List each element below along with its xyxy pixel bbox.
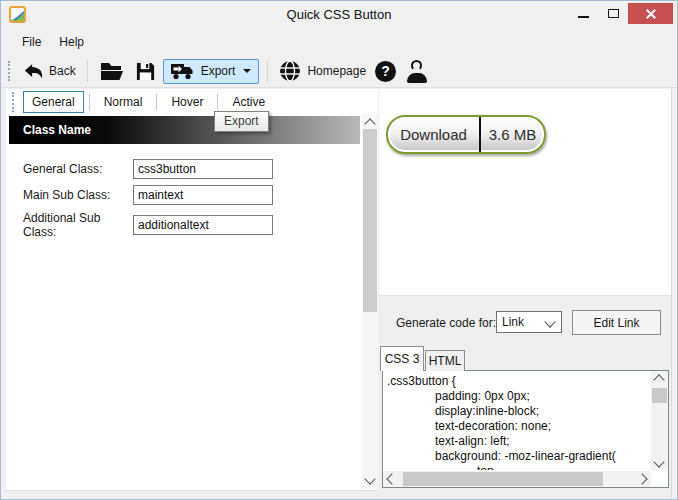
edit-link-button[interactable]: Edit Link — [572, 310, 661, 335]
tab-html[interactable]: HTML — [425, 350, 465, 371]
open-button[interactable] — [94, 58, 130, 85]
window-controls — [568, 3, 673, 24]
left-panel: General Normal Hover Active Class Name G… — [6, 89, 378, 491]
back-arrow-icon — [23, 63, 43, 80]
scroll-up-icon[interactable] — [364, 118, 375, 129]
homepage-label: Homepage — [307, 64, 366, 78]
homepage-button[interactable]: Homepage — [274, 57, 371, 85]
tab-separator — [156, 94, 157, 110]
menu-file[interactable]: File — [13, 31, 50, 53]
close-icon — [645, 8, 657, 20]
scroll-left-icon[interactable] — [386, 473, 397, 484]
code-generation-section: Generate code for: Link Edit Link CSS 3 … — [379, 295, 671, 498]
tab-separator — [89, 94, 90, 110]
main-sub-class-row: Main Sub Class: — [23, 185, 273, 205]
class-name-header-label: Class Name — [23, 123, 91, 137]
save-button[interactable] — [130, 58, 161, 85]
toolbar-grip[interactable] — [8, 61, 11, 81]
tab-hover[interactable]: Hover — [162, 91, 212, 113]
toolbar: Back — [1, 55, 677, 88]
scroll-down-icon[interactable] — [653, 456, 664, 467]
code-vertical-scrollbar[interactable] — [651, 371, 668, 471]
globe-icon — [279, 60, 301, 82]
tab-separator — [217, 94, 218, 110]
tab-active[interactable]: Active — [223, 91, 274, 113]
about-person-button[interactable] — [406, 60, 428, 83]
code-line: padding: 0px 0px; — [387, 389, 650, 404]
tab-general[interactable]: General — [23, 91, 84, 113]
export-label: Export — [201, 64, 236, 78]
chevron-down-icon — [544, 316, 555, 327]
generate-target-select[interactable]: Link — [496, 311, 562, 333]
code-line: .css3button { — [387, 374, 650, 389]
general-class-row: General Class: — [23, 159, 273, 179]
scroll-down-icon[interactable] — [364, 473, 375, 484]
menu-bar: File Help — [1, 29, 677, 55]
tab-css3[interactable]: CSS 3 — [380, 346, 424, 371]
additional-sub-class-input[interactable] — [133, 215, 273, 235]
title-bar: Quick CSS Button — [1, 1, 677, 29]
code-line: top, — [387, 464, 650, 470]
code-line: background: -moz-linear-gradient( — [387, 449, 650, 464]
download-button[interactable]: Download 3.6 MB — [386, 115, 546, 154]
scrollbar-thumb[interactable] — [403, 472, 603, 486]
open-folder-icon — [99, 61, 125, 82]
right-panel: Download 3.6 MB Generate code for: Link … — [379, 89, 672, 498]
download-label: Download — [388, 117, 481, 152]
back-button[interactable]: Back — [18, 60, 81, 83]
code-preview-box[interactable]: .css3button {padding: 0px 0px;display:in… — [382, 370, 669, 488]
toolbar-separator — [267, 60, 268, 82]
code-line: text-align: left; — [387, 434, 650, 449]
code-line: text-decoration: none; — [387, 419, 650, 434]
back-label: Back — [49, 64, 76, 78]
close-button[interactable] — [628, 3, 673, 24]
app-window: Quick CSS Button File Help Back — [0, 0, 678, 500]
export-button[interactable]: Export — [163, 59, 260, 84]
general-class-input[interactable] — [133, 159, 273, 179]
state-tabstrip: General Normal Hover Active — [6, 89, 378, 114]
generate-code-label: Generate code for: — [396, 316, 496, 330]
menu-help[interactable]: Help — [50, 31, 93, 53]
additional-sub-class-label: Additional Sub Class: — [23, 211, 133, 239]
scroll-up-icon[interactable] — [653, 374, 664, 385]
minimize-button[interactable] — [568, 3, 598, 24]
question-mark-icon: ? — [381, 63, 390, 79]
export-dropdown-caret-icon — [243, 69, 251, 73]
tabstrip-grip[interactable] — [12, 92, 15, 112]
scroll-right-icon[interactable] — [636, 473, 647, 484]
tab-normal[interactable]: Normal — [95, 91, 152, 113]
additional-sub-class-row: Additional Sub Class: — [23, 211, 273, 239]
code-text: .css3button {padding: 0px 0px;display:in… — [387, 374, 650, 470]
minimize-icon — [578, 16, 589, 18]
main-sub-class-input[interactable] — [133, 185, 273, 205]
export-tooltip: Export — [214, 111, 269, 132]
maximize-button[interactable] — [598, 3, 628, 24]
edit-link-label: Edit Link — [593, 316, 639, 330]
export-truck-icon — [171, 63, 195, 80]
person-head-icon — [411, 60, 422, 71]
toolbar-separator — [87, 60, 88, 82]
person-body-icon — [407, 73, 427, 83]
scrollbar-thumb[interactable] — [652, 388, 667, 403]
main-sub-class-label: Main Sub Class: — [23, 188, 133, 202]
code-horizontal-scrollbar[interactable] — [383, 471, 651, 487]
code-line: display:inline-block; — [387, 404, 650, 419]
left-panel-scrollbar[interactable] — [362, 114, 378, 489]
generate-target-value: Link — [502, 315, 524, 329]
maximize-icon — [608, 9, 619, 18]
help-button[interactable]: ? — [375, 61, 396, 82]
download-size-badge: 3.6 MB — [481, 117, 544, 152]
scrollbar-thumb[interactable] — [363, 129, 377, 312]
save-floppy-icon — [135, 61, 156, 82]
class-name-header: Class Name — [9, 116, 360, 144]
general-class-label: General Class: — [23, 162, 133, 176]
